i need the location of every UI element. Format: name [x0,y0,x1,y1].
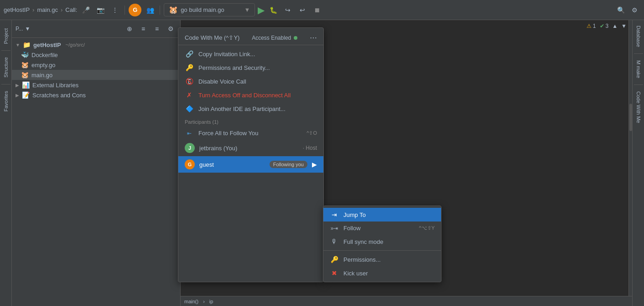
following-badge: Following you [270,161,307,168]
sidebar-make-label[interactable]: M make [634,57,643,82]
nav-down-icon[interactable]: ▼ [621,23,627,29]
menu-item-permissions[interactable]: 🔑 Permissions and Security... [178,61,323,74]
search-icon[interactable]: 🔍 [615,4,627,16]
breadcrumb-sep-2: › [61,6,62,13]
file-tree-body: ▼ 📁 getHostIP ~/go/src/ 🐳 Dockerfile 🐹 e… [12,38,180,306]
dockerfile-name: Dockerfile [31,52,58,58]
tree-item-scratches[interactable]: ▶ 📝 Scratches and Cons [12,90,180,100]
permissions-sub-label: Permissions... [343,256,381,263]
menu-item-turn-off-access[interactable]: ✗ Turn Access Off and Disconnect All [178,88,323,102]
stop-icon[interactable]: ⏹ [311,4,323,16]
toolbar-right: 🔍 ⚙ [615,4,640,16]
jetbrains-role: · Host [303,145,317,151]
dropdown-container: Code With Me (^⇧Y) Access Enabled ⋯ 🔗 Co… [178,27,441,282]
disconnect-icon: ✗ [185,91,194,99]
warning-number: 1 [593,23,596,29]
empty-go-icon: 🐹 [21,61,29,69]
check-number: 3 [606,23,609,29]
scratches-chevron: ▶ [16,93,19,98]
mic-off-icon[interactable]: 🎤 [80,4,92,16]
breadcrumb-file[interactable]: main.gc [37,6,58,13]
scrollbar-track[interactable] [628,20,632,296]
menu-item-force-follow[interactable]: ⇤ Force All to Follow You ^⇧O [178,127,323,140]
tree-item-external-libs[interactable]: ▶ 📊 External Libraries [12,80,180,90]
warning-icon: ⚠ [587,23,592,29]
follow-label: Follow [343,225,361,232]
tree-item-empty-go[interactable]: 🐹 empty.go [12,60,180,70]
access-dot [294,36,297,40]
copy-link-label: Copy Invitation Link... [198,51,255,58]
run-config-chevron: ▼ [244,6,250,13]
step-into-icon[interactable]: ↩ [296,4,308,16]
nav-up-icon[interactable]: ▲ [612,23,618,29]
root-chevron: ▼ [16,42,20,47]
submenu-item-full-sync[interactable]: 🎙 Full sync mode [323,235,441,248]
people-icon[interactable]: 👥 [144,4,156,16]
participant-jetbrains[interactable]: J jetbrains (You) · Host [178,140,323,156]
menu-header: Code With Me (^⇧Y) Access Enabled ⋯ [178,30,323,45]
full-sync-label: Full sync mode [343,238,383,245]
menu-more-icon[interactable]: ⋯ [310,33,317,42]
sidebar-project-label[interactable]: Project [1,24,10,48]
collapse-icon[interactable]: ≡ [137,23,149,35]
force-follow-icon: ⇤ [185,130,194,137]
camera-off-icon[interactable]: 📷 [94,4,106,16]
sidebar-database-label[interactable]: Database [634,22,643,51]
scratches-icon: 📝 [22,91,30,99]
right-sidebar-divider-2 [634,84,643,85]
run-configuration[interactable]: 🐹 go build main.go ▼ [164,3,255,16]
tree-settings-icon[interactable]: ⚙ [165,23,177,35]
full-sync-icon: 🎙 [330,238,339,245]
follow-icon: »⇥ [330,225,339,232]
submenu-item-permissions[interactable]: 🔑 Permissions... [323,253,441,266]
breadcrumb-project[interactable]: getHostIP [4,6,30,13]
submenu-item-jump-to[interactable]: ⇥ Jump To [323,208,441,222]
menu-item-join-ide[interactable]: 🔷 Join Another IDE as Participant... [178,102,323,116]
key-icon: 🔑 [185,64,194,71]
dockerfile-icon: 🐳 [21,51,29,58]
breadcrumb-call: Call: [65,6,77,13]
ext-libs-icon: 📊 [22,81,30,89]
submenu-item-follow[interactable]: »⇥ Follow ^⌥⇧Y [323,222,441,235]
check-count[interactable]: ✔ 3 [600,23,609,29]
sidebar-codewithme-label[interactable]: Code With Me [634,88,643,127]
codewithme-menu: Code With Me (^⇧Y) Access Enabled ⋯ 🔗 Co… [178,27,324,282]
settings-icon[interactable]: ⚙ [628,4,640,16]
user-avatar[interactable]: G [129,4,141,16]
run-button[interactable]: ▶ [258,5,265,16]
project-dropdown-btn[interactable]: P... ▼ [16,26,30,32]
breadcrumb: getHostIP › main.gc › Call: [4,6,77,13]
step-over-icon[interactable]: ↪ [282,4,294,16]
scrollbar-thumb[interactable] [629,104,632,131]
access-badge: Access Enabled [252,35,297,41]
force-follow-label: Force All to Follow You [198,130,259,137]
status-function: main() [184,299,198,304]
add-file-icon[interactable]: ⊕ [124,23,135,35]
join-ide-label: Join Another IDE as Participant... [198,106,286,112]
status-separator: › [203,299,205,304]
participant-submenu: ⇥ Jump To »⇥ Follow ^⌥⇧Y 🎙 Full sync mod… [323,206,441,282]
submenu-item-kick-user[interactable]: ✖ Kick user [323,266,441,280]
more-options-icon[interactable]: ⋮ [109,4,121,16]
run-config-icon: 🐹 [169,5,178,14]
follow-shortcut: ^⌥⇧Y [419,225,435,231]
sidebar-favorites-label[interactable]: Favorites [1,86,10,116]
warning-count[interactable]: ⚠ 1 [587,23,596,29]
expand-icon[interactable]: ≡ [151,23,163,35]
sidebar-structure-label[interactable]: Structure [1,53,10,82]
menu-item-copy-link[interactable]: 🔗 Copy Invitation Link... [178,47,323,61]
ext-chevron: ▶ [16,83,19,88]
tree-item-main-go[interactable]: 🐹 main.go [12,70,180,80]
left-sidebar: Project Structure Favorites [0,20,12,306]
turn-off-label: Turn Access Off and Disconnect All [198,92,291,99]
tree-item-dockerfile[interactable]: 🐳 Dockerfile [12,50,180,60]
run-config-label: go build main.go [181,6,241,13]
sidebar-divider [1,50,10,51]
menu-item-disable-voice[interactable]: 📵 Disable Voice Call [178,74,323,88]
tree-item-root[interactable]: ▼ 📁 getHostIP ~/go/src/ [12,40,180,50]
permissions-label: Permissions and Security... [198,64,270,71]
debug-icon[interactable]: 🐛 [267,4,279,16]
participant-guest[interactable]: G guest Following you ▶ [178,156,323,173]
breadcrumb-sep-1: › [32,6,34,13]
sidebar-divider-2 [1,84,10,84]
